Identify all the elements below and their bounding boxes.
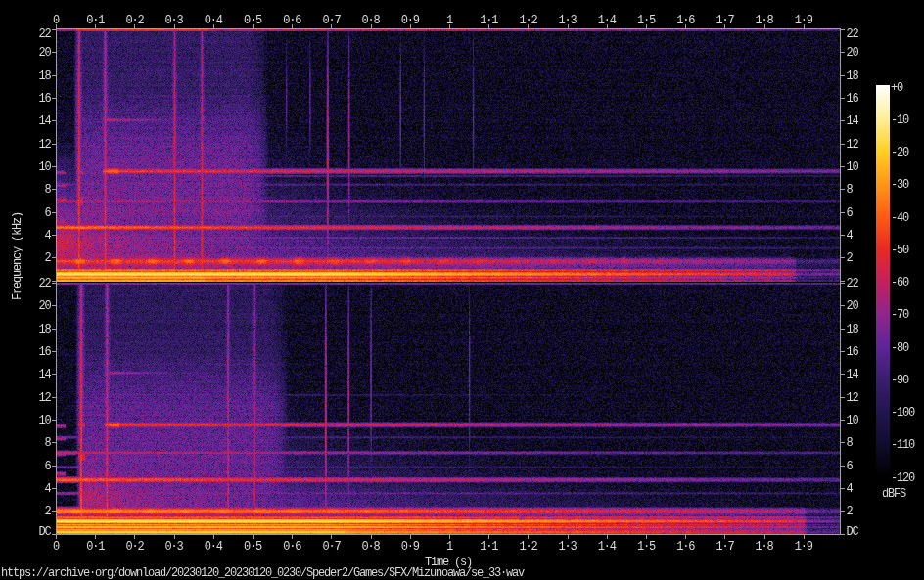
svg-text:1·7: 1·7: [716, 14, 734, 27]
svg-text:10: 10: [847, 160, 859, 174]
svg-text:1·4: 1·4: [598, 540, 617, 554]
svg-text:14: 14: [38, 114, 51, 128]
svg-text:8: 8: [44, 183, 51, 197]
svg-text:2: 2: [847, 251, 854, 265]
svg-text:1: 1: [446, 540, 453, 554]
svg-text:0·6: 0·6: [283, 14, 301, 27]
svg-text:18: 18: [847, 69, 859, 83]
svg-text:2: 2: [847, 505, 854, 518]
svg-text:22: 22: [38, 27, 51, 41]
svg-text:Frequency (kHz): Frequency (kHz): [11, 212, 24, 300]
svg-text:-50: -50: [891, 244, 909, 257]
svg-text:1·4: 1·4: [598, 14, 617, 27]
svg-text:6: 6: [44, 460, 51, 473]
svg-text:18: 18: [847, 323, 859, 336]
svg-text:-100: -100: [891, 406, 915, 420]
svg-text:dBFS: dBFS: [882, 487, 906, 501]
svg-text:16: 16: [847, 345, 859, 359]
svg-text:-90: -90: [891, 374, 909, 387]
svg-text:22: 22: [847, 277, 859, 290]
svg-text:0·5: 0·5: [244, 14, 262, 27]
svg-text:1: 1: [446, 14, 453, 27]
svg-text:-110: -110: [891, 438, 915, 452]
svg-text:16: 16: [847, 92, 859, 106]
svg-text:20: 20: [38, 299, 51, 313]
svg-text:-70: -70: [891, 308, 909, 322]
svg-text:0·2: 0·2: [125, 540, 144, 554]
svg-text:1·9: 1·9: [795, 14, 813, 27]
svg-text:22: 22: [847, 27, 859, 41]
svg-text:-10: -10: [891, 113, 909, 127]
svg-text:4: 4: [44, 482, 51, 496]
svg-text:10: 10: [38, 160, 51, 174]
svg-text:14: 14: [847, 368, 859, 381]
svg-text:1·6: 1·6: [676, 14, 695, 27]
svg-text:0: 0: [53, 14, 60, 27]
svg-text:6: 6: [44, 206, 51, 220]
svg-text:0·7: 0·7: [322, 14, 341, 27]
svg-text:10: 10: [847, 414, 859, 427]
svg-text:0·6: 0·6: [283, 540, 301, 554]
svg-text:0: 0: [53, 540, 60, 554]
svg-text:1·9: 1·9: [795, 540, 813, 554]
svg-text:https://archive·org/download/2: https://archive·org/download/20230120_20…: [1, 566, 525, 580]
svg-text:-120: -120: [891, 471, 915, 485]
svg-text:0·5: 0·5: [244, 540, 262, 554]
svg-text:1·8: 1·8: [756, 14, 774, 27]
svg-text:+0: +0: [891, 81, 903, 95]
svg-text:0·2: 0·2: [125, 14, 144, 27]
svg-text:14: 14: [38, 368, 51, 381]
svg-text:20: 20: [38, 46, 51, 60]
svg-text:0·1: 0·1: [86, 14, 105, 27]
svg-text:1·1: 1·1: [480, 14, 498, 27]
svg-text:1·5: 1·5: [637, 14, 656, 27]
svg-text:8: 8: [44, 436, 51, 450]
svg-text:14: 14: [847, 114, 859, 128]
svg-text:1·6: 1·6: [676, 540, 695, 554]
svg-text:0·4: 0·4: [205, 540, 223, 554]
svg-text:DC: DC: [847, 525, 859, 539]
svg-text:-80: -80: [891, 341, 909, 355]
svg-text:12: 12: [38, 138, 51, 152]
svg-text:0·7: 0·7: [322, 540, 341, 554]
svg-text:22: 22: [38, 277, 51, 290]
svg-text:0·9: 0·9: [401, 14, 420, 27]
svg-text:2: 2: [44, 505, 51, 518]
svg-text:4: 4: [847, 482, 854, 496]
svg-text:8: 8: [847, 183, 854, 197]
svg-text:0·8: 0·8: [362, 14, 381, 27]
svg-text:18: 18: [38, 323, 51, 336]
svg-text:-20: -20: [891, 146, 909, 159]
svg-text:-60: -60: [891, 276, 909, 290]
svg-text:12: 12: [38, 391, 51, 405]
svg-text:-30: -30: [891, 178, 909, 192]
svg-text:6: 6: [847, 206, 854, 220]
svg-text:20: 20: [847, 46, 859, 60]
svg-text:0·8: 0·8: [362, 540, 381, 554]
svg-text:12: 12: [847, 138, 859, 152]
svg-text:1·3: 1·3: [559, 540, 578, 554]
svg-text:1·2: 1·2: [519, 14, 537, 27]
svg-text:-40: -40: [891, 211, 909, 225]
svg-text:DC: DC: [38, 525, 51, 539]
svg-text:4: 4: [847, 229, 854, 243]
svg-text:0·4: 0·4: [205, 14, 223, 27]
svg-text:8: 8: [847, 436, 854, 450]
svg-text:12: 12: [847, 391, 859, 405]
svg-text:18: 18: [38, 69, 51, 83]
svg-text:2: 2: [44, 251, 51, 265]
svg-text:1·7: 1·7: [716, 540, 734, 554]
svg-text:16: 16: [38, 92, 51, 106]
svg-text:1·8: 1·8: [756, 540, 774, 554]
svg-text:1·5: 1·5: [637, 540, 656, 554]
svg-text:20: 20: [847, 299, 859, 313]
svg-text:6: 6: [847, 460, 854, 473]
svg-text:0·3: 0·3: [165, 540, 184, 554]
svg-text:1·2: 1·2: [519, 540, 537, 554]
svg-text:1·1: 1·1: [480, 540, 498, 554]
svg-text:16: 16: [38, 345, 51, 359]
svg-text:1·3: 1·3: [559, 14, 578, 27]
svg-text:0·1: 0·1: [86, 540, 105, 554]
svg-text:0·9: 0·9: [401, 540, 420, 554]
svg-text:0·3: 0·3: [165, 14, 184, 27]
